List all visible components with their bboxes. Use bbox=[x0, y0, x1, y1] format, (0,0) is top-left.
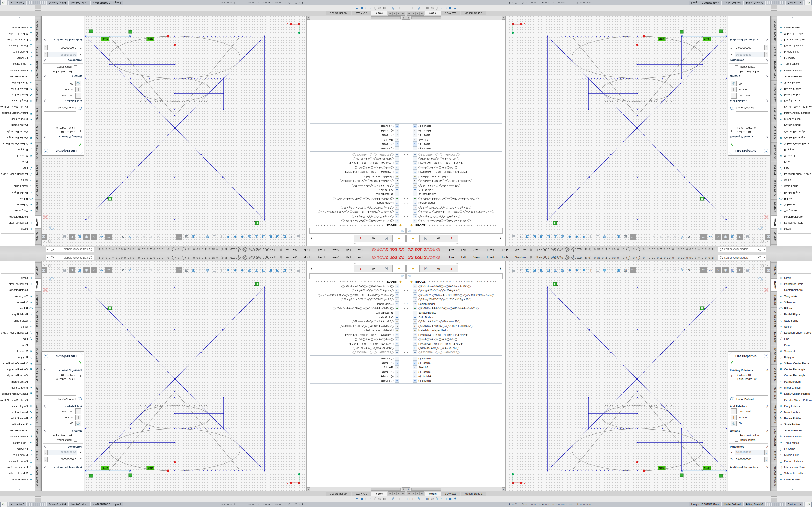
tree-item[interactable]: ∟◯ИN∘ɡɔ∘♟◎◯∘◯◎♟∘ɔɡ∘NИ◯ bbox=[310, 157, 406, 161]
view-toolbar-icon[interactable]: ▩ bbox=[42, 267, 47, 273]
view-toolbar-icon[interactable]: ▦ bbox=[744, 267, 750, 273]
view-toolbar-icon[interactable]: ◫ bbox=[552, 234, 559, 240]
search-box[interactable]: Search CAD Models ▾ bbox=[718, 255, 766, 260]
view-toolbar-icon[interactable]: ⊥ bbox=[113, 267, 119, 273]
tree-item-sketch2[interactable]: ⌐(-) Sketch2 bbox=[310, 361, 406, 365]
selection-filter-icon[interactable]: ⇄ bbox=[431, 6, 434, 10]
selection-filter-icon[interactable]: ✎ bbox=[392, 6, 395, 10]
tree-item[interactable]: ▱◯✚ИN◎♟+◯✳◉|◯∘◯|◉✳◯+♟◎NИ✚◯ bbox=[406, 333, 502, 337]
tool-tangent-arc[interactable]: ⌣Tangent Arc bbox=[777, 293, 812, 299]
tool-segment[interactable]: #Segment bbox=[0, 348, 35, 354]
tree-item[interactable]: ▱◯✚Ɔɡ∘♟◯✳◉|◯∘◯|◉✳◯♟∘ɡƆ✚◯ bbox=[310, 161, 406, 166]
status-tag-icon[interactable] bbox=[805, 502, 812, 507]
tree-item[interactable]: ◼Solid Bodies bbox=[406, 315, 502, 319]
tree-item[interactable]: ✎◯25∘∪✳♟АΜ◯∘◯ΜА♟✳∪∘25◯ bbox=[406, 320, 502, 324]
view-toolbar-icon[interactable]: ↓ bbox=[218, 267, 224, 273]
tool-extend-entities[interactable]: ⊦Extend Entities bbox=[777, 67, 812, 73]
tool-spline[interactable]: ≈Spline bbox=[777, 324, 812, 330]
tree-item[interactable]: ◔◯25♟◎25NИ3Є25◯∘◯253ЄИN25◎♟25◯ bbox=[406, 206, 502, 210]
view-toolbar-icon[interactable]: ❖ bbox=[120, 234, 126, 240]
selection-filter-icon[interactable]: ✱ bbox=[454, 497, 457, 501]
doc-tab-motion-study-1[interactable]: Motion Study 1 bbox=[461, 11, 487, 15]
command-tab-sheet-metal[interactable]: Sheet Metal bbox=[35, 143, 41, 161]
view-toolbar-icon[interactable]: ↶ bbox=[629, 267, 636, 273]
view-toolbar-icon[interactable]: ⊜ bbox=[637, 267, 643, 273]
tool-mirror-entities[interactable]: ⋈Mirror Entities bbox=[777, 116, 812, 122]
view-toolbar-icon[interactable]: · bbox=[48, 267, 54, 273]
view-toolbar-icon[interactable]: ▧ bbox=[246, 234, 253, 240]
command-tab-surfaces[interactable]: Surfaces bbox=[35, 293, 41, 307]
tool-tangent-arc[interactable]: ⌣Tangent Arc bbox=[777, 208, 812, 214]
tool-extend-entities[interactable]: ⊦Extend Entities bbox=[777, 434, 812, 440]
view-toolbar-icon[interactable]: ◌ bbox=[197, 234, 203, 240]
tool-circular-sketch-pattern[interactable]: ⁘Circular Sketch Pattern bbox=[777, 104, 812, 110]
tree-item[interactable]: ✎◯25∘∪✳♟АΜ◯∘◯ΜА♟✳∪∘25◯ bbox=[310, 320, 406, 324]
command-tab-evaluate[interactable]: Evaluate bbox=[771, 330, 777, 345]
tree-item[interactable]: ▱◯✚ИN◎♟+◯✳◉|◯∘◯|◉✳◯+♟◎NИ✚◯ bbox=[310, 333, 406, 337]
option-infinite-length[interactable]: Infinite length bbox=[44, 438, 77, 442]
view-toolbar-icon[interactable]: ◪ bbox=[531, 267, 538, 273]
view-toolbar-icon[interactable]: ▤ bbox=[295, 234, 302, 240]
tree-item-sketch5[interactable]: ⌐(-) Sketch5 bbox=[406, 370, 502, 374]
tool-perimeter-circle[interactable]: ◌Perimeter Circle bbox=[0, 220, 35, 226]
tree-item[interactable]: ▶↺◯Λ♟◎✚25∘Ɔ◯∘◯Ɔ∘25✚◎♟Λ◯ bbox=[310, 214, 406, 219]
menu-edit[interactable]: Edit bbox=[461, 247, 467, 252]
tool-intersection-curve[interactable]: ⋂Intersection Curve bbox=[777, 37, 812, 43]
tab-nav-icon[interactable]: ▶ bbox=[415, 491, 419, 495]
tool-scale-entities[interactable]: ⊿Scale Entities bbox=[0, 80, 35, 86]
tree-item[interactable]: ▶A◯25NИ◎∘✚А✚◎NИА◯∘◯АИN◎✚А✚∘◎ИN25◯ bbox=[310, 306, 406, 311]
collapse-icon[interactable]: ᐱ bbox=[44, 369, 46, 372]
scroll-left-icon[interactable]: ◀ bbox=[406, 488, 410, 491]
flyout-expand-icon[interactable]: ❯ bbox=[499, 266, 502, 270]
command-tab-sketch[interactable]: Sketch bbox=[771, 278, 777, 291]
tool-silhouette-entities[interactable]: ◫Silhouette Entities bbox=[777, 31, 812, 37]
view-toolbar-icon[interactable]: ▨ bbox=[622, 267, 629, 273]
scroll-right-icon[interactable]: ▶ bbox=[502, 16, 506, 19]
selection-filter-icon[interactable]: ▣ bbox=[360, 6, 363, 10]
selection-filter-icon[interactable]: ⇄ bbox=[378, 497, 381, 501]
command-tab-evaluate[interactable]: Evaluate bbox=[35, 162, 41, 177]
scrollbar-thumb[interactable] bbox=[411, 488, 441, 491]
more-tools-chevron-icon[interactable]: » bbox=[791, 18, 795, 19]
tool-partial-ellipse[interactable]: ◖Partial Ellipse bbox=[0, 312, 35, 318]
view-toolbar-icon[interactable]: ▨ bbox=[183, 234, 190, 240]
tab-displaymanager[interactable]: ◕ bbox=[445, 265, 458, 272]
view-toolbar-icon[interactable]: ᛉ bbox=[751, 267, 757, 273]
angle-spinner[interactable]: ▲▼ bbox=[764, 457, 768, 462]
add-relation-fix[interactable]: ⚓Fix bbox=[44, 81, 81, 87]
accept-button[interactable]: ✔ bbox=[730, 142, 770, 148]
tool-corner-rectangle[interactable]: ▭Corner Rectangle bbox=[777, 373, 812, 379]
view-toolbar-icon[interactable]: ∿ bbox=[715, 234, 721, 240]
menu-insert[interactable]: Insert bbox=[487, 247, 495, 252]
confirmation-cancel-icon[interactable]: × bbox=[43, 285, 48, 295]
add-relation-horizontal[interactable]: —Horizontal bbox=[44, 408, 81, 414]
tool-parallelogram[interactable]: ▱Parallelogram bbox=[777, 379, 812, 385]
scroll-left-icon[interactable]: ◀ bbox=[406, 16, 410, 19]
pin-menu-icon[interactable] bbox=[530, 256, 532, 259]
menu-view[interactable]: View bbox=[332, 255, 339, 260]
scroll-left-icon[interactable]: ◀ bbox=[402, 16, 406, 19]
expand-icon[interactable]: ᐯ bbox=[766, 466, 768, 469]
status-tag-icon[interactable] bbox=[0, 502, 7, 507]
expander-icon[interactable]: ▶ bbox=[403, 198, 405, 200]
view-toolbar-icon[interactable]: ✗ bbox=[141, 267, 147, 273]
menu-tools[interactable]: Tools bbox=[501, 247, 509, 252]
view-toolbar-icon[interactable]: ◍ bbox=[204, 234, 210, 240]
command-tab-sheet-metal[interactable]: Sheet Metal bbox=[771, 346, 777, 364]
tool-line[interactable]: ╱Line bbox=[777, 165, 812, 171]
flyout-expand-icon[interactable]: ❯ bbox=[499, 237, 502, 241]
menu-edit[interactable]: Edit bbox=[345, 247, 351, 252]
view-toolbar-icon[interactable]: ▨ bbox=[622, 234, 629, 240]
tool-intersection-curve[interactable]: ⋂Intersection Curve bbox=[0, 37, 35, 43]
tool-copy-entities[interactable]: ⧉Copy Entities bbox=[777, 98, 812, 104]
selection-filter-icon[interactable]: ɦ bbox=[436, 6, 438, 10]
view-toolbar-icon[interactable]: ◆ bbox=[566, 267, 573, 273]
tool-line[interactable]: ╱Line bbox=[0, 336, 35, 342]
view-toolbar-icon[interactable]: ■ bbox=[225, 267, 232, 273]
selection-filter-icon[interactable]: ⇄ bbox=[378, 6, 381, 10]
view-toolbar-icon[interactable]: ∿ bbox=[715, 267, 721, 273]
view-toolbar-icon[interactable]: ✗ bbox=[665, 234, 671, 240]
tool-3-point-center-recta-[interactable]: ◈3 Point Center Recta... bbox=[0, 360, 35, 366]
tab-nav-icon[interactable]: |◀ bbox=[407, 491, 411, 495]
doc-window-control-icon[interactable]: ❐ bbox=[761, 264, 764, 268]
